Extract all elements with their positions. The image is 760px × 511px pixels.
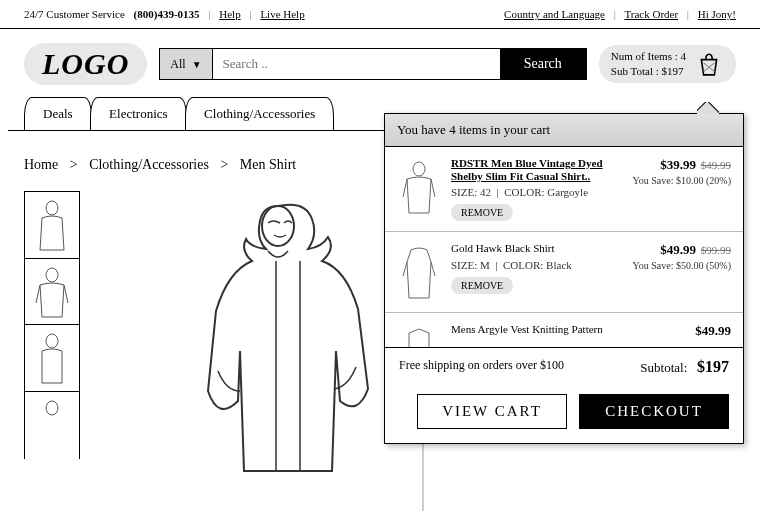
customer-service-text: 24/7 Customer Service bbox=[24, 8, 125, 20]
cart-item-price: $49.99 bbox=[660, 242, 696, 257]
cart-item-price: $49.99 bbox=[695, 323, 731, 338]
cart-item-old-price: $49.99 bbox=[701, 159, 731, 171]
help-link[interactable]: Help bbox=[219, 8, 240, 20]
cart-item-count: Num of Items : 4 bbox=[611, 49, 686, 64]
svg-point-2 bbox=[46, 334, 58, 348]
chevron-down-icon: ▼ bbox=[192, 59, 202, 70]
header: LOGO All ▼ Search Num of Items : 4 Sub T… bbox=[0, 29, 760, 97]
cart-item-price: $39.99 bbox=[660, 157, 696, 172]
cart-item-title[interactable]: Mens Argyle Vest Knitting Pattern bbox=[451, 323, 621, 336]
view-cart-button[interactable]: VIEW CART bbox=[417, 394, 567, 429]
tab-deals[interactable]: Deals bbox=[24, 97, 92, 130]
cart-footer-actions: VIEW CART CHECKOUT bbox=[385, 386, 743, 443]
phone-number: (800)439-0135 bbox=[134, 8, 200, 20]
product-thumbnails bbox=[24, 191, 80, 491]
dropdown-arrow-icon bbox=[697, 102, 719, 114]
checkout-button[interactable]: CHECKOUT bbox=[579, 394, 729, 429]
search-category-dropdown[interactable]: All ▼ bbox=[160, 49, 212, 79]
track-order-link[interactable]: Track Order bbox=[624, 8, 678, 20]
cart-item-thumbnail bbox=[397, 242, 441, 302]
subtotal-label: Subtotal: bbox=[640, 360, 687, 375]
shopping-bag-icon bbox=[696, 51, 722, 77]
search-input[interactable] bbox=[213, 49, 500, 79]
logo[interactable]: LOGO bbox=[24, 43, 147, 85]
cart-summary[interactable]: Num of Items : 4 Sub Total : $197 bbox=[599, 45, 736, 83]
cart-item-savings: You Save: $10.00 (20%) bbox=[631, 174, 731, 187]
svg-point-1 bbox=[46, 268, 58, 282]
svg-point-4 bbox=[262, 206, 294, 246]
svg-point-5 bbox=[413, 162, 425, 176]
search-category-label: All bbox=[170, 57, 185, 72]
product-thumbnail[interactable] bbox=[24, 391, 80, 459]
country-language-link[interactable]: Country and Language bbox=[504, 8, 605, 20]
topbar-left: 24/7 Customer Service (800)439-0135 | He… bbox=[24, 8, 305, 20]
top-bar: 24/7 Customer Service (800)439-0135 | He… bbox=[0, 0, 760, 29]
cart-dropdown-heading: You have 4 items in your cart bbox=[385, 114, 743, 147]
breadcrumb-current: Men Shirt bbox=[240, 157, 296, 172]
cart-item-old-price: $99.99 bbox=[701, 244, 731, 256]
tab-electronics[interactable]: Electronics bbox=[90, 97, 186, 130]
cart-item-savings: You Save: $50.00 (50%) bbox=[631, 259, 731, 272]
cart-item-title[interactable]: RDSTR Men Blue Vintage Dyed Shelby Slim … bbox=[451, 157, 621, 183]
remove-button[interactable]: REMOVE bbox=[451, 204, 513, 221]
cart-subtotal: Sub Total : $197 bbox=[611, 64, 686, 79]
user-greeting-link[interactable]: Hi Jony! bbox=[698, 8, 736, 20]
live-help-link[interactable]: Live Help bbox=[260, 8, 304, 20]
breadcrumb-category[interactable]: Clothing/Accessories bbox=[89, 157, 209, 172]
product-thumbnail[interactable] bbox=[24, 258, 80, 326]
product-thumbnail[interactable] bbox=[24, 191, 80, 259]
free-shipping-text: Free shipping on orders over $100 bbox=[399, 358, 564, 376]
cart-item: Mens Argyle Vest Knitting Pattern $49.99 bbox=[385, 313, 743, 347]
svg-point-0 bbox=[46, 201, 58, 215]
topbar-right: Country and Language | Track Order | Hi … bbox=[504, 8, 736, 20]
cart-item-meta: SIZE: 42 | COLOR: Gargoyle bbox=[451, 186, 621, 198]
cart-item-thumbnail bbox=[397, 157, 441, 217]
cart-item: RDSTR Men Blue Vintage Dyed Shelby Slim … bbox=[385, 147, 743, 232]
cart-item-thumbnail bbox=[397, 323, 441, 347]
search-bar: All ▼ Search bbox=[159, 48, 587, 80]
breadcrumb-home[interactable]: Home bbox=[24, 157, 58, 172]
cart-items-scroll[interactable]: RDSTR Men Blue Vintage Dyed Shelby Slim … bbox=[385, 147, 743, 347]
product-thumbnail[interactable] bbox=[24, 324, 80, 392]
svg-point-3 bbox=[46, 401, 58, 415]
cart-item-title[interactable]: Gold Hawk Black Shirt bbox=[451, 242, 621, 255]
remove-button[interactable]: REMOVE bbox=[451, 277, 513, 294]
search-button[interactable]: Search bbox=[500, 49, 586, 79]
cart-footer-info: Free shipping on orders over $100 Subtot… bbox=[385, 347, 743, 386]
tab-clothing[interactable]: Clothing/Accessories bbox=[185, 97, 334, 130]
subtotal-value: $197 bbox=[697, 358, 729, 375]
cart-item: Gold Hawk Black Shirt SIZE: M | COLOR: B… bbox=[385, 232, 743, 313]
cart-dropdown: You have 4 items in your cart RDSTR Men … bbox=[384, 113, 744, 444]
cart-item-meta: SIZE: M | COLOR: Black bbox=[451, 259, 621, 271]
